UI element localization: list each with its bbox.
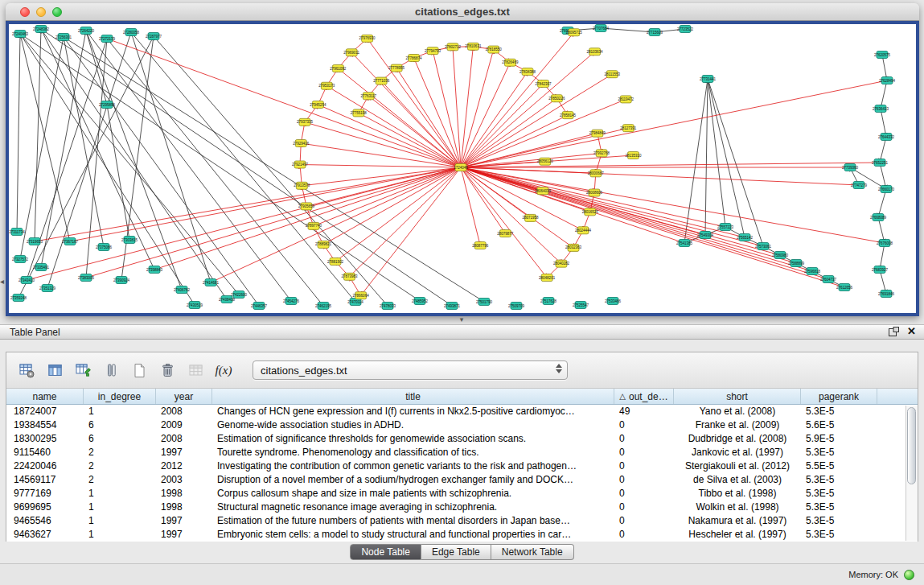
cell-short[interactable]: Wolkin et al. (1998) (674, 501, 801, 514)
cell-pagerank[interactable]: 5.3E-5 (801, 501, 877, 514)
cell-pagerank[interactable]: 5.9E-5 (801, 432, 877, 446)
column-header-short[interactable]: short (674, 389, 801, 404)
network-node[interactable]: 27406762 (174, 286, 191, 294)
table-row[interactable]: 977716911998Corpus callosum shape and si… (6, 487, 918, 501)
network-node[interactable]: 28111553 (605, 71, 621, 78)
cell-title[interactable]: Corpus callosum shape and size in male p… (212, 487, 614, 501)
network-node[interactable]: 28000687 (588, 170, 605, 177)
table-row[interactable]: 946362711997Embryonic stem cells: a mode… (6, 528, 918, 542)
cell-year[interactable]: 1997 (156, 446, 212, 459)
network-node[interactable]: 27969011 (343, 49, 359, 56)
cell-in_degree[interactable]: 1 (84, 514, 156, 528)
float-panel-icon[interactable] (889, 327, 899, 336)
cell-pagerank[interactable]: 5.3E-5 (801, 446, 877, 459)
network-node[interactable]: 27319653 (27, 238, 43, 245)
network-node[interactable]: 28127391 (620, 125, 637, 132)
table-row[interactable]: 1938455462009Genome-wide association stu… (6, 418, 918, 432)
network-node[interactable]: 27834388 (519, 68, 536, 76)
network-node[interactable]: 27375086 (96, 244, 113, 251)
network-node[interactable]: 27430519 (187, 302, 203, 309)
network-node[interactable]: 27256301 (55, 34, 72, 41)
cell-year[interactable]: 1997 (156, 514, 212, 528)
network-node[interactable]: 27842307 (536, 80, 552, 88)
cell-out_de[interactable]: 0 (614, 487, 674, 501)
network-node[interactable]: 27771036 (373, 77, 390, 84)
network-node[interactable]: 27850226 (548, 95, 565, 102)
network-node[interactable]: 27303815 (121, 237, 138, 244)
network-node[interactable]: 27644332 (878, 134, 895, 141)
network-node[interactable]: 28103634 (587, 48, 604, 56)
network-node[interactable]: 27525547 (573, 302, 589, 309)
network-node[interactable]: 28071958 (523, 214, 540, 221)
cell-out_de[interactable]: 0 (614, 514, 674, 528)
cell-pagerank[interactable]: 5.3E-5 (801, 528, 877, 542)
network-node[interactable]: 27628494 (879, 77, 896, 84)
network-node[interactable]: 1724046 (454, 164, 468, 171)
network-node[interactable]: 27961092 (330, 65, 347, 72)
cell-year[interactable]: 1998 (156, 487, 212, 501)
cell-in_degree[interactable]: 1 (84, 405, 156, 418)
network-node[interactable]: 27359248 (10, 295, 27, 302)
cell-name[interactable]: 14569117 (6, 473, 84, 487)
cell-title[interactable]: Estimation of the future numbers of pati… (212, 514, 614, 528)
column-header-year[interactable]: year (156, 389, 212, 404)
cell-pagerank[interactable]: 5.3E-5 (801, 405, 877, 418)
network-node[interactable]: 27604737 (820, 276, 837, 283)
network-node[interactable]: 27454276 (283, 298, 300, 305)
network-node[interactable]: 27858145 (560, 112, 577, 119)
cell-name[interactable]: 9465546 (6, 514, 84, 528)
network-node[interactable]: 27287977 (146, 33, 162, 40)
cell-title[interactable]: Disruption of a novel member of a sodium… (212, 473, 614, 487)
network-node[interactable]: 27881902 (327, 257, 344, 265)
table-selector-dropdown[interactable]: citations_edges.txt (253, 360, 568, 380)
cell-in_degree[interactable]: 2 (84, 459, 156, 473)
left-panel-grip[interactable]: ◂ (0, 277, 4, 286)
network-node[interactable]: 27731441 (700, 76, 717, 83)
cell-title[interactable]: Structural magnetic resonance image aver… (212, 501, 614, 514)
tab-node-table[interactable]: Node Table (350, 544, 421, 560)
network-node[interactable]: 28016525 (582, 208, 599, 216)
cell-title[interactable]: Estimation of significance thresholds fo… (212, 432, 614, 446)
column-header-out_de[interactable]: △out_de… (614, 389, 674, 404)
network-node[interactable]: 27240463 (12, 31, 29, 38)
cell-in_degree[interactable]: 6 (84, 432, 156, 446)
network-node[interactable]: 27984849 (589, 130, 606, 137)
vertical-scrollbar[interactable] (906, 406, 918, 541)
network-node[interactable]: 27976930 (359, 35, 376, 42)
function-builder-icon[interactable]: f(x) (213, 360, 234, 381)
network-node[interactable]: 27311734 (9, 229, 25, 236)
network-node[interactable]: 27509709 (508, 303, 525, 310)
cell-pagerank[interactable]: 5.3E-5 (801, 514, 877, 528)
table-row[interactable]: 911546021997Tourette syndrome. Phenomeno… (6, 446, 918, 459)
cell-in_degree[interactable]: 2 (84, 473, 156, 487)
network-node[interactable]: 27295896 (99, 101, 116, 109)
cell-in_degree[interactable]: 1 (84, 501, 156, 514)
network-node[interactable]: 27913578 (294, 182, 310, 189)
table-row[interactable]: 969969511998Structural magnetic resonanc… (6, 501, 918, 514)
network-node[interactable]: 27660170 (878, 186, 895, 193)
cell-out_de[interactable]: 0 (614, 418, 674, 432)
network-node[interactable]: 27446357 (251, 303, 268, 310)
network-node[interactable]: 27390924 (113, 277, 130, 284)
network-node[interactable]: 27786874 (406, 54, 423, 61)
close-panel-icon[interactable]: ✕ (907, 326, 916, 337)
cell-title[interactable]: Changes of HCN gene expression and I(f) … (212, 405, 614, 418)
network-node[interactable]: 27596818 (804, 268, 821, 275)
network-node[interactable]: 27691846 (878, 290, 895, 298)
network-node[interactable]: 27620575 (874, 51, 891, 59)
tab-network-table[interactable]: Network Table (491, 544, 574, 560)
network-node[interactable]: 27905659 (298, 203, 315, 210)
network-node[interactable]: 27683927 (872, 266, 889, 274)
cell-name[interactable]: 22420046 (6, 459, 84, 473)
cell-year[interactable]: 2012 (156, 459, 212, 473)
network-node[interactable]: 27264220 (78, 27, 95, 35)
network-node[interactable]: 28008606 (586, 189, 603, 196)
network-node[interactable]: 28095715 (566, 29, 583, 36)
network-node[interactable]: 27668089 (870, 214, 887, 221)
network-node[interactable]: 27763117 (360, 93, 376, 100)
network-node[interactable]: 27580980 (772, 252, 789, 259)
new-table-icon[interactable] (129, 360, 150, 381)
network-node[interactable]: 27280058 (123, 29, 140, 36)
table-row[interactable]: 1830029562008Estimation of significance … (6, 432, 918, 446)
cell-short[interactable]: Dudbridge et al. (2008) (674, 432, 801, 446)
